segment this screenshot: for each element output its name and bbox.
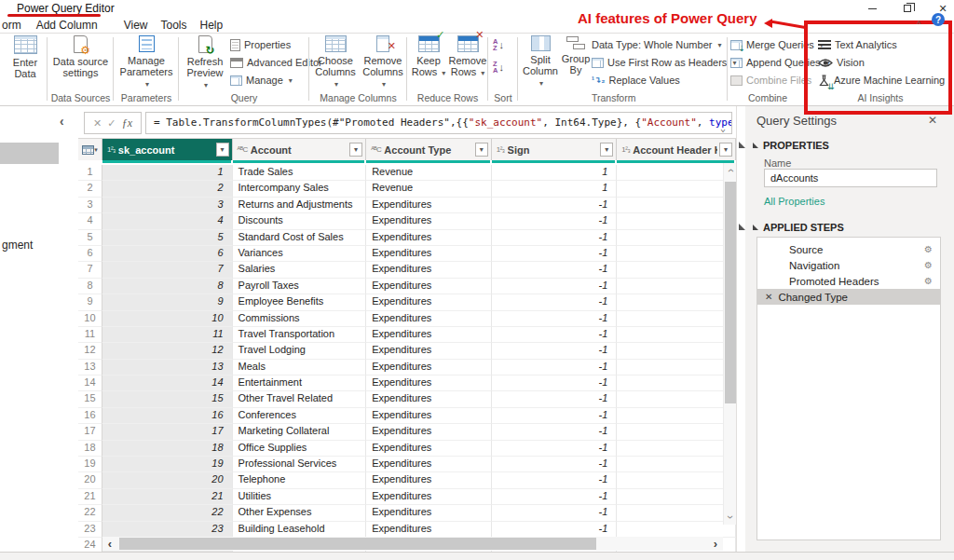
grid-cell[interactable]: 13 bbox=[78, 360, 102, 376]
cancel-formula-button[interactable]: ✕ bbox=[93, 117, 102, 130]
grid-cell[interactable]: 5 bbox=[78, 230, 102, 246]
all-properties-link[interactable]: All Properties bbox=[764, 196, 825, 207]
grid-cell[interactable]: Expenditures bbox=[366, 360, 492, 376]
grid-cell[interactable]: Expenditures bbox=[366, 472, 492, 488]
grid-cell[interactable]: Expenditures bbox=[366, 311, 492, 327]
grid-cell[interactable]: 3 bbox=[78, 198, 102, 213]
grid-cell[interactable]: Marketing Collateral bbox=[233, 424, 367, 440]
manage-parameters-button[interactable]: Manage Parameters ▾ bbox=[116, 35, 176, 90]
grid-cell[interactable] bbox=[617, 505, 736, 521]
grid-cell[interactable]: Other Expenses bbox=[233, 505, 367, 521]
column-filter-dropdown[interactable]: ▾ bbox=[475, 143, 488, 157]
grid-cell[interactable]: Travel Transportation bbox=[233, 327, 367, 343]
grid-cell[interactable]: Revenue bbox=[366, 165, 492, 181]
grid-cell[interactable]: -1 bbox=[492, 522, 618, 538]
scroll-up-arrow[interactable]: › bbox=[724, 163, 736, 178]
grid-cell[interactable]: 20 bbox=[102, 472, 233, 488]
grid-cell[interactable]: 1 bbox=[492, 165, 618, 181]
grid-cell[interactable]: Payroll Taxes bbox=[233, 279, 367, 294]
grid-cell[interactable]: 11 bbox=[102, 327, 233, 343]
grid-cell[interactable]: Expenditures bbox=[366, 343, 492, 359]
column-header-account-header-key[interactable]: 1²₃Account Header Key▾ bbox=[617, 139, 736, 160]
grid-cell[interactable]: 12 bbox=[102, 343, 233, 359]
grid-cell[interactable]: Expenditures bbox=[366, 408, 492, 424]
grid-cell[interactable]: Professional Services bbox=[233, 457, 367, 472]
grid-cell[interactable]: 3 bbox=[102, 198, 233, 213]
grid-cell[interactable]: Expenditures bbox=[366, 262, 492, 278]
queries-pane-selected-item[interactable] bbox=[0, 143, 59, 164]
grid-cell[interactable]: 23 bbox=[102, 522, 233, 538]
grid-cell[interactable]: Variances bbox=[233, 246, 367, 262]
grid-cell[interactable]: 22 bbox=[78, 505, 102, 521]
grid-cell[interactable]: 14 bbox=[102, 376, 233, 391]
grid-cell[interactable]: -1 bbox=[492, 489, 618, 505]
grid-corner-table-button[interactable]: ▾ bbox=[78, 139, 102, 160]
properties-section-header[interactable]: PROPERTIES bbox=[753, 140, 829, 151]
grid-cell[interactable]: 18 bbox=[102, 441, 233, 457]
grid-cell[interactable]: 6 bbox=[78, 246, 102, 262]
column-header-account[interactable]: ᴬᴮCAccount▾ bbox=[233, 139, 367, 160]
grid-cell[interactable]: Commissions bbox=[233, 311, 367, 327]
data-type-button[interactable]: Data Type: Whole Number▾ bbox=[592, 37, 736, 52]
keep-rows-button[interactable]: ✓ Keep Rows ▾ bbox=[410, 35, 447, 79]
grid-cell[interactable]: -1 bbox=[492, 279, 618, 294]
grid-cell[interactable]: 8 bbox=[102, 279, 233, 294]
grid-cell[interactable]: Meals bbox=[233, 360, 367, 376]
grid-cell[interactable]: -1 bbox=[492, 327, 618, 343]
replace-values-button[interactable]: ¹↴₂Replace Values bbox=[592, 73, 736, 88]
grid-cell[interactable]: 22 bbox=[102, 505, 233, 521]
grid-cell[interactable]: 5 bbox=[102, 230, 233, 246]
query-settings-close-button[interactable]: ✕ bbox=[928, 114, 937, 127]
grid-cell[interactable] bbox=[617, 424, 736, 440]
grid-cell[interactable]: -1 bbox=[492, 360, 618, 376]
enter-data-button[interactable]: Enter Data bbox=[5, 35, 46, 79]
grid-cell[interactable]: -1 bbox=[492, 376, 618, 391]
menu-item-orm[interactable]: orm bbox=[2, 19, 21, 32]
grid-cell[interactable]: -1 bbox=[492, 424, 618, 440]
delete-step-icon[interactable]: ✕ bbox=[765, 292, 772, 302]
grid-cell[interactable]: -1 bbox=[492, 262, 618, 278]
grid-cell[interactable]: Expenditures bbox=[366, 391, 492, 407]
grid-cell[interactable]: Salaries bbox=[233, 262, 367, 278]
scroll-right-arrow[interactable]: › bbox=[708, 537, 723, 551]
grid-cell[interactable] bbox=[617, 262, 736, 278]
pane-expander-icon[interactable] bbox=[739, 224, 745, 230]
horizontal-scrollbar[interactable]: ‹ › bbox=[102, 537, 723, 551]
column-filter-dropdown[interactable]: ▾ bbox=[719, 143, 732, 157]
grid-cell[interactable]: Telephone bbox=[233, 472, 367, 488]
minimize-button[interactable] bbox=[865, 2, 879, 15]
grid-cell[interactable]: 15 bbox=[102, 391, 233, 407]
grid-cell[interactable]: 12 bbox=[78, 343, 102, 359]
grid-cell[interactable]: -1 bbox=[492, 311, 618, 327]
grid-cell[interactable]: -1 bbox=[492, 505, 618, 521]
grid-cell[interactable] bbox=[617, 311, 736, 327]
step-settings-gear-icon[interactable]: ⚙ bbox=[924, 244, 933, 254]
grid-cell[interactable] bbox=[617, 376, 736, 391]
grid-cell[interactable]: 19 bbox=[102, 457, 233, 472]
column-filter-dropdown[interactable]: ▾ bbox=[349, 143, 362, 157]
grid-cell[interactable]: 1 bbox=[492, 181, 618, 197]
grid-cell[interactable]: Conferences bbox=[233, 408, 367, 424]
applied-step-promoted-headers[interactable]: Promoted Headers⚙ bbox=[757, 273, 940, 289]
grid-cell[interactable] bbox=[617, 213, 736, 229]
grid-cell[interactable]: 20 bbox=[78, 472, 102, 488]
grid-cell[interactable]: 15 bbox=[78, 391, 102, 407]
grid-cell[interactable]: 17 bbox=[78, 424, 102, 440]
grid-cell[interactable]: 10 bbox=[102, 311, 233, 327]
grid-cell[interactable]: Entertainment bbox=[233, 376, 367, 391]
grid-cell[interactable]: Building Leasehold bbox=[233, 522, 367, 538]
help-button[interactable]: ? bbox=[932, 13, 945, 26]
menu-item-add-column[interactable]: Add Column bbox=[36, 19, 98, 32]
grid-cell[interactable]: -1 bbox=[492, 441, 618, 457]
grid-cell[interactable]: 19 bbox=[78, 457, 102, 472]
grid-cell[interactable]: 18 bbox=[78, 441, 102, 457]
applied-step-source[interactable]: Source⚙ bbox=[757, 241, 940, 257]
data-source-settings-button[interactable]: ⚙ Data source settings bbox=[50, 35, 111, 78]
applied-step-changed-type[interactable]: ✕Changed Type bbox=[757, 289, 940, 305]
queries-pane-partial-query-name[interactable]: gment bbox=[2, 239, 33, 252]
grid-cell[interactable]: -1 bbox=[492, 213, 618, 229]
column-filter-dropdown[interactable]: ▾ bbox=[600, 143, 613, 157]
grid-cell[interactable]: 17 bbox=[102, 424, 233, 440]
grid-cell[interactable] bbox=[617, 522, 736, 538]
grid-cell[interactable]: Expenditures bbox=[366, 424, 492, 440]
